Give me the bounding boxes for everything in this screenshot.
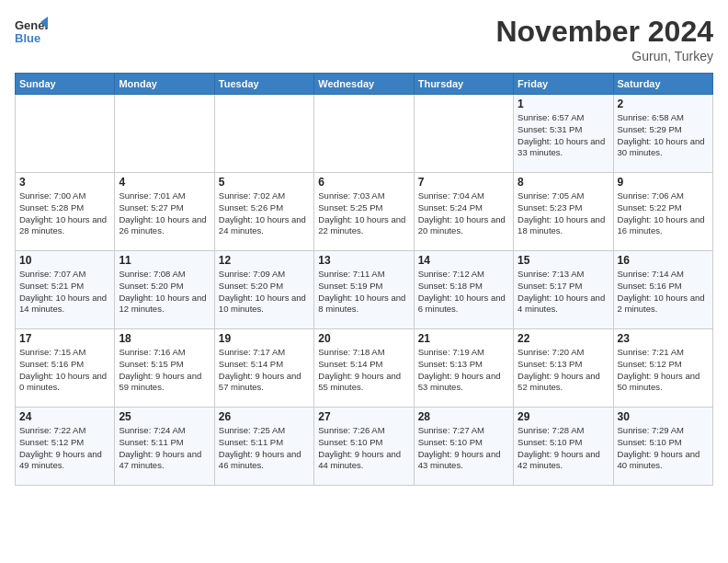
day-info: Sunrise: 7:04 AMSunset: 5:24 PMDaylight:… bbox=[418, 190, 509, 237]
day-number: 5 bbox=[219, 176, 310, 189]
calendar-day-cell: 18Sunrise: 7:16 AMSunset: 5:15 PMDayligh… bbox=[115, 329, 214, 408]
day-info: Sunrise: 7:20 AMSunset: 5:13 PMDaylight:… bbox=[518, 347, 609, 394]
calendar-day-cell: 14Sunrise: 7:12 AMSunset: 5:18 PMDayligh… bbox=[414, 251, 513, 329]
day-of-week-header: Tuesday bbox=[214, 74, 313, 95]
calendar-day-cell bbox=[214, 95, 313, 173]
day-number: 17 bbox=[19, 332, 110, 345]
day-number: 18 bbox=[119, 332, 210, 345]
day-number: 16 bbox=[618, 254, 709, 267]
calendar-day-cell: 6Sunrise: 7:03 AMSunset: 5:25 PMDaylight… bbox=[314, 173, 414, 251]
calendar-day-cell: 17Sunrise: 7:15 AMSunset: 5:16 PMDayligh… bbox=[16, 329, 115, 408]
day-info: Sunrise: 7:11 AMSunset: 5:19 PMDaylight:… bbox=[318, 269, 409, 316]
calendar-week-row: 3Sunrise: 7:00 AMSunset: 5:28 PMDaylight… bbox=[16, 173, 713, 251]
day-info: Sunrise: 7:29 AMSunset: 5:10 PMDaylight:… bbox=[618, 425, 709, 472]
calendar-week-row: 24Sunrise: 7:22 AMSunset: 5:12 PMDayligh… bbox=[16, 408, 713, 486]
calendar-day-cell: 25Sunrise: 7:24 AMSunset: 5:11 PMDayligh… bbox=[115, 408, 214, 486]
calendar-week-row: 17Sunrise: 7:15 AMSunset: 5:16 PMDayligh… bbox=[16, 329, 713, 408]
calendar-day-cell: 4Sunrise: 7:01 AMSunset: 5:27 PMDaylight… bbox=[115, 173, 214, 251]
calendar-day-cell bbox=[314, 95, 414, 173]
day-info: Sunrise: 7:27 AMSunset: 5:10 PMDaylight:… bbox=[418, 425, 509, 472]
day-number: 14 bbox=[418, 254, 509, 267]
calendar-day-cell: 24Sunrise: 7:22 AMSunset: 5:12 PMDayligh… bbox=[16, 408, 115, 486]
day-info: Sunrise: 7:02 AMSunset: 5:26 PMDaylight:… bbox=[219, 190, 310, 237]
day-number: 26 bbox=[219, 410, 310, 423]
day-info: Sunrise: 7:05 AMSunset: 5:23 PMDaylight:… bbox=[518, 190, 609, 237]
day-number: 22 bbox=[518, 332, 609, 345]
day-of-week-header: Sunday bbox=[16, 74, 115, 95]
title-block: November 2024 Gurun, Turkey bbox=[495, 15, 713, 63]
day-info: Sunrise: 7:17 AMSunset: 5:14 PMDaylight:… bbox=[219, 347, 310, 394]
day-info: Sunrise: 6:58 AMSunset: 5:29 PMDaylight:… bbox=[618, 112, 709, 159]
day-info: Sunrise: 7:15 AMSunset: 5:16 PMDaylight:… bbox=[19, 347, 110, 394]
calendar-day-cell: 16Sunrise: 7:14 AMSunset: 5:16 PMDayligh… bbox=[613, 251, 712, 329]
day-info: Sunrise: 7:09 AMSunset: 5:20 PMDaylight:… bbox=[219, 269, 310, 316]
calendar-day-cell: 30Sunrise: 7:29 AMSunset: 5:10 PMDayligh… bbox=[613, 408, 712, 486]
calendar-week-row: 10Sunrise: 7:07 AMSunset: 5:21 PMDayligh… bbox=[16, 251, 713, 329]
day-number: 29 bbox=[518, 410, 609, 423]
day-number: 13 bbox=[318, 254, 409, 267]
day-number: 28 bbox=[418, 410, 509, 423]
day-info: Sunrise: 7:12 AMSunset: 5:18 PMDaylight:… bbox=[418, 269, 509, 316]
calendar-day-cell: 15Sunrise: 7:13 AMSunset: 5:17 PMDayligh… bbox=[514, 251, 613, 329]
day-of-week-header: Thursday bbox=[414, 74, 513, 95]
calendar-day-cell: 2Sunrise: 6:58 AMSunset: 5:29 PMDaylight… bbox=[613, 95, 712, 173]
day-number: 15 bbox=[518, 254, 609, 267]
day-info: Sunrise: 7:26 AMSunset: 5:10 PMDaylight:… bbox=[318, 425, 409, 472]
logo-icon: General Blue bbox=[15, 15, 48, 48]
calendar-day-cell: 1Sunrise: 6:57 AMSunset: 5:31 PMDaylight… bbox=[514, 95, 613, 173]
day-info: Sunrise: 7:22 AMSunset: 5:12 PMDaylight:… bbox=[19, 425, 110, 472]
calendar-week-row: 1Sunrise: 6:57 AMSunset: 5:31 PMDaylight… bbox=[16, 95, 713, 173]
day-number: 24 bbox=[19, 410, 110, 423]
day-number: 25 bbox=[119, 410, 210, 423]
day-info: Sunrise: 7:19 AMSunset: 5:13 PMDaylight:… bbox=[418, 347, 509, 394]
day-of-week-header: Wednesday bbox=[314, 74, 414, 95]
calendar-day-cell bbox=[414, 95, 513, 173]
day-info: Sunrise: 7:13 AMSunset: 5:17 PMDaylight:… bbox=[518, 269, 609, 316]
month-title: November 2024 bbox=[495, 15, 713, 49]
day-info: Sunrise: 7:18 AMSunset: 5:14 PMDaylight:… bbox=[318, 347, 409, 394]
calendar-day-cell: 19Sunrise: 7:17 AMSunset: 5:14 PMDayligh… bbox=[214, 329, 313, 408]
day-info: Sunrise: 6:57 AMSunset: 5:31 PMDaylight:… bbox=[518, 112, 609, 159]
day-of-week-header: Friday bbox=[514, 74, 613, 95]
calendar-day-cell bbox=[16, 95, 115, 173]
day-number: 9 bbox=[618, 176, 709, 189]
calendar-day-cell: 13Sunrise: 7:11 AMSunset: 5:19 PMDayligh… bbox=[314, 251, 414, 329]
calendar-day-cell: 28Sunrise: 7:27 AMSunset: 5:10 PMDayligh… bbox=[414, 408, 513, 486]
day-number: 4 bbox=[119, 176, 210, 189]
subtitle: Gurun, Turkey bbox=[495, 49, 713, 63]
calendar-day-cell: 27Sunrise: 7:26 AMSunset: 5:10 PMDayligh… bbox=[314, 408, 414, 486]
calendar-day-cell bbox=[115, 95, 214, 173]
day-number: 23 bbox=[618, 332, 709, 345]
calendar-day-cell: 22Sunrise: 7:20 AMSunset: 5:13 PMDayligh… bbox=[514, 329, 613, 408]
day-number: 6 bbox=[318, 176, 409, 189]
calendar-day-cell: 21Sunrise: 7:19 AMSunset: 5:13 PMDayligh… bbox=[414, 329, 513, 408]
day-number: 19 bbox=[219, 332, 310, 345]
day-info: Sunrise: 7:16 AMSunset: 5:15 PMDaylight:… bbox=[119, 347, 210, 394]
day-number: 21 bbox=[418, 332, 509, 345]
day-info: Sunrise: 7:28 AMSunset: 5:10 PMDaylight:… bbox=[518, 425, 609, 472]
day-number: 10 bbox=[19, 254, 110, 267]
day-info: Sunrise: 7:25 AMSunset: 5:11 PMDaylight:… bbox=[219, 425, 310, 472]
day-info: Sunrise: 7:06 AMSunset: 5:22 PMDaylight:… bbox=[618, 190, 709, 237]
calendar-day-cell: 26Sunrise: 7:25 AMSunset: 5:11 PMDayligh… bbox=[214, 408, 313, 486]
calendar-day-cell: 8Sunrise: 7:05 AMSunset: 5:23 PMDaylight… bbox=[514, 173, 613, 251]
day-number: 3 bbox=[19, 176, 110, 189]
calendar-day-cell: 5Sunrise: 7:02 AMSunset: 5:26 PMDaylight… bbox=[214, 173, 313, 251]
calendar-day-cell: 11Sunrise: 7:08 AMSunset: 5:20 PMDayligh… bbox=[115, 251, 214, 329]
day-info: Sunrise: 7:03 AMSunset: 5:25 PMDaylight:… bbox=[318, 190, 409, 237]
calendar-day-cell: 23Sunrise: 7:21 AMSunset: 5:12 PMDayligh… bbox=[613, 329, 712, 408]
day-of-week-header: Monday bbox=[115, 74, 214, 95]
day-info: Sunrise: 7:08 AMSunset: 5:20 PMDaylight:… bbox=[119, 269, 210, 316]
calendar-day-cell: 29Sunrise: 7:28 AMSunset: 5:10 PMDayligh… bbox=[514, 408, 613, 486]
day-info: Sunrise: 7:00 AMSunset: 5:28 PMDaylight:… bbox=[19, 190, 110, 237]
day-number: 8 bbox=[518, 176, 609, 189]
day-number: 30 bbox=[618, 410, 709, 423]
day-info: Sunrise: 7:14 AMSunset: 5:16 PMDaylight:… bbox=[618, 269, 709, 316]
day-number: 27 bbox=[318, 410, 409, 423]
svg-text:Blue: Blue bbox=[15, 31, 40, 45]
day-number: 1 bbox=[518, 98, 609, 110]
day-info: Sunrise: 7:24 AMSunset: 5:11 PMDaylight:… bbox=[119, 425, 210, 472]
day-number: 20 bbox=[318, 332, 409, 345]
day-number: 7 bbox=[418, 176, 509, 189]
day-info: Sunrise: 7:01 AMSunset: 5:27 PMDaylight:… bbox=[119, 190, 210, 237]
